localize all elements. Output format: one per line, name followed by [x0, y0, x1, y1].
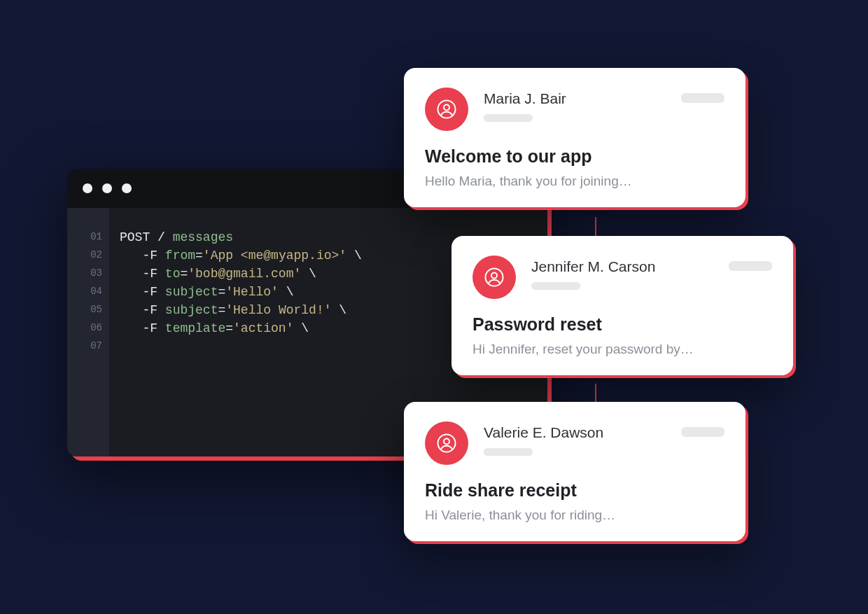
meta-placeholder	[484, 114, 533, 122]
line-number: 02	[67, 250, 109, 268]
svg-point-1	[444, 105, 449, 111]
maximize-icon[interactable]	[122, 183, 132, 193]
close-icon[interactable]	[83, 183, 92, 193]
line-number: 06	[67, 323, 109, 341]
svg-point-2	[486, 269, 503, 286]
svg-point-3	[491, 273, 497, 279]
sender-name: Maria J. Bair	[484, 90, 666, 107]
email-subject: Ride share receipt	[425, 480, 724, 501]
line-number: 07	[67, 341, 109, 359]
svg-point-4	[438, 435, 456, 452]
email-preview: Hi Jennifer, reset your password by…	[472, 342, 772, 357]
email-subject: Welcome to our app	[425, 146, 724, 167]
email-subject: Password reset	[472, 314, 772, 335]
avatar	[472, 256, 516, 299]
sender-name: Valerie E. Dawson	[484, 424, 666, 441]
line-number: 01	[67, 232, 109, 250]
line-number: 03	[67, 268, 109, 286]
email-preview: Hello Maria, thank you for joining…	[425, 174, 724, 189]
connector-line	[595, 217, 596, 237]
email-preview: Hi Valerie, thank you for riding…	[425, 508, 724, 523]
line-number: 05	[67, 305, 109, 323]
user-circle-icon	[436, 433, 457, 454]
avatar	[425, 421, 468, 465]
minimize-icon[interactable]	[102, 183, 112, 193]
email-card[interactable]: Jennifer M. Carson Password reset Hi Jen…	[451, 236, 793, 375]
svg-point-0	[438, 101, 456, 118]
avatar	[425, 88, 468, 131]
connector-line	[595, 384, 596, 402]
timestamp-placeholder	[681, 93, 724, 103]
email-card[interactable]: Valerie E. Dawson Ride share receipt Hi …	[404, 402, 746, 541]
timestamp-placeholder	[729, 261, 772, 271]
meta-placeholder	[484, 448, 533, 456]
sender-name: Jennifer M. Carson	[531, 258, 713, 275]
email-card[interactable]: Maria J. Bair Welcome to our app Hello M…	[404, 68, 746, 207]
timestamp-placeholder	[681, 427, 724, 437]
svg-point-5	[444, 439, 449, 445]
line-number: 04	[67, 286, 109, 305]
user-circle-icon	[484, 267, 505, 288]
line-number-gutter: 01 02 03 04 05 06 07	[67, 208, 109, 456]
user-circle-icon	[436, 99, 457, 120]
meta-placeholder	[531, 282, 580, 290]
